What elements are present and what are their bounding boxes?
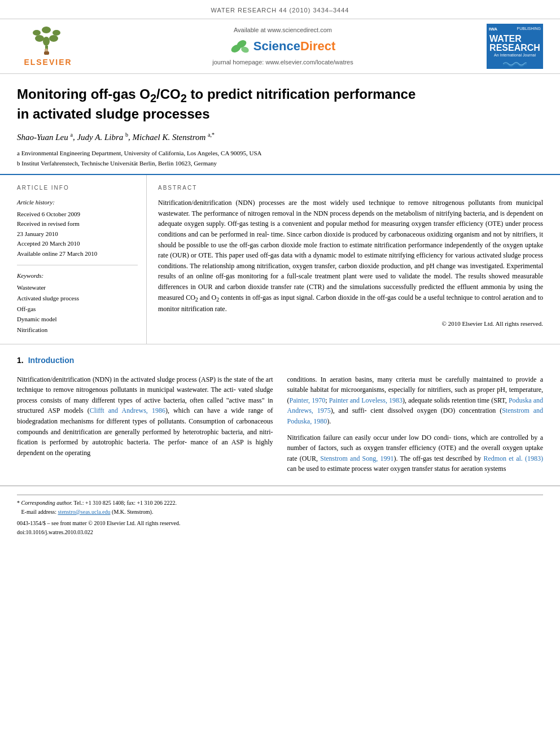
ref-painter1970[interactable]: Painter, 1970 — [290, 396, 326, 404]
sciencedirect-logo: ScienceDirect — [79, 37, 487, 55]
received2-label: Received in revised form — [17, 219, 138, 229]
email-suffix: (M.K. Stenstrom). — [111, 509, 154, 515]
wr-publishing-text: PUBLISHING — [517, 26, 541, 32]
affiliations: a Environmental Engineering Department, … — [17, 148, 543, 168]
intro-right-col: conditions. In aeration basins, many cri… — [287, 374, 544, 474]
ref-clifft[interactable]: Clifft and Andrews, 1986 — [90, 407, 165, 414]
section-title: Introduction — [28, 355, 75, 366]
kw1: Wastewater — [17, 282, 138, 293]
ref-stenstrom1991[interactable]: Stenstrom and Song, 1991 — [320, 455, 393, 462]
received1: Received 6 October 2009 — [17, 209, 138, 220]
journal-header: WATER RESEARCH 44 (2010) 3434–3444 — [0, 0, 560, 19]
issn-line: 0043-1354/$ – see front matter © 2010 El… — [17, 519, 543, 528]
author1: Shao-Yuan Leu a, — [17, 133, 75, 142]
logo-bar: ELSEVIER Available at www.sciencedirect.… — [0, 19, 560, 74]
elsevier-text: ELSEVIER — [24, 56, 72, 68]
sd-text: ScienceDirect — [253, 37, 336, 55]
water-research-logo: IWA PUBLISHING WATERRESEARCH An Internat… — [487, 24, 543, 69]
author2: Judy A. Libra b, — [77, 133, 130, 142]
article-title: Monitoring off-gas O2/CO2 to predict nit… — [17, 85, 543, 123]
section-number: 1. — [17, 355, 24, 366]
title-section: Monitoring off-gas O2/CO2 to predict nit… — [0, 74, 560, 176]
article-info-abstract-section: ARTICLE INFO Article history: Received 6… — [0, 175, 560, 344]
footer-divider — [17, 495, 543, 495]
wr-brand-text: WATERRESEARCH — [489, 34, 540, 53]
elsevier-logo: ELSEVIER — [17, 24, 79, 69]
intro-left-col: Nitrification/denitrification (NDN) in t… — [17, 374, 273, 474]
intro-right-text1: conditions. In aeration basins, many cri… — [287, 374, 544, 427]
introduction-section: 1. Introduction Nitrification/denitrific… — [0, 344, 560, 480]
kw5: Nitrification — [17, 325, 138, 335]
journal-header-text: WATER RESEARCH 44 (2010) 3434–3444 — [211, 7, 349, 14]
kw2: Activated sludge process — [17, 293, 138, 304]
email-label: E-mail address: — [17, 509, 58, 515]
journal-homepage: journal homepage: www.elsevier.com/locat… — [79, 58, 487, 67]
abstract-text: Nitrification/denitrification (NDN) proc… — [158, 198, 543, 314]
article-info-header: ARTICLE INFO — [17, 184, 138, 192]
history-label: Article history: — [17, 198, 138, 207]
corresponding-label: * Corresponding author. Tel.: +1 310 825… — [17, 500, 177, 506]
author3: Michael K. Stenstrom a,* — [132, 133, 215, 142]
svg-point-5 — [53, 30, 60, 36]
water-wave-icon — [489, 60, 540, 67]
affiliation-a: a Environmental Engineering Department, … — [17, 148, 543, 159]
copyright: © 2010 Elsevier Ltd. All rights reserved… — [158, 319, 543, 329]
abstract-col: ABSTRACT Nitrification/denitrification (… — [147, 175, 543, 343]
affiliation-b: b Institut Verfahrenstech, Technische Un… — [17, 159, 543, 169]
svg-point-2 — [35, 35, 44, 42]
intro-body: Nitrification/denitrification (NDN) in t… — [17, 374, 543, 474]
elsevier-tree-icon — [25, 24, 71, 55]
wr-subtitle-text: An International Journal — [494, 53, 536, 59]
keywords-label: Keywords: — [17, 271, 138, 281]
email-link[interactable]: stenstro@seas.ucla.edu — [58, 509, 110, 515]
divider — [17, 265, 138, 265]
available: Available online 27 March 2010 — [17, 249, 138, 259]
wr-iwa-text: IWA — [489, 26, 497, 33]
received2-date: 23 January 2010 — [17, 229, 138, 239]
svg-rect-8 — [44, 51, 49, 55]
ref-painter1983[interactable]: Painter and Loveless, 1983 — [329, 396, 403, 404]
svg-point-3 — [49, 35, 58, 42]
available-text: Available at www.sciencedirect.com — [79, 25, 487, 35]
kw4: Dynamic model — [17, 314, 138, 325]
corresponding-author-note: * Corresponding author. Tel.: +1 310 825… — [17, 499, 543, 517]
intro-right-text2: Nitrification failure can easily occur u… — [287, 433, 544, 474]
abstract-header: ABSTRACT — [158, 184, 543, 192]
authors-line: Shao-Yuan Leu a, Judy A. Libra b, Michae… — [17, 130, 543, 144]
accepted: Accepted 20 March 2010 — [17, 239, 138, 249]
ref-redmon1983[interactable]: Redmon et al. (1983) — [483, 455, 543, 462]
article-info-col: ARTICLE INFO Article history: Received 6… — [17, 175, 147, 343]
svg-point-4 — [33, 30, 41, 36]
sciencedirect-leaves-icon — [230, 38, 251, 54]
svg-point-6 — [42, 27, 51, 33]
issn-text: 0043-1354/$ – see front matter © 2010 El… — [17, 520, 180, 526]
center-block: Available at www.sciencedirect.com Scien… — [79, 25, 487, 67]
kw3: Off-gas — [17, 304, 138, 314]
page-footer: * Corresponding author. Tel.: +1 310 825… — [0, 486, 560, 541]
doi-text: doi:10.1016/j.watres.2010.03.022 — [17, 529, 93, 535]
doi-line: doi:10.1016/j.watres.2010.03.022 — [17, 528, 543, 537]
intro-left-text: Nitrification/denitrification (NDN) in t… — [17, 374, 273, 458]
